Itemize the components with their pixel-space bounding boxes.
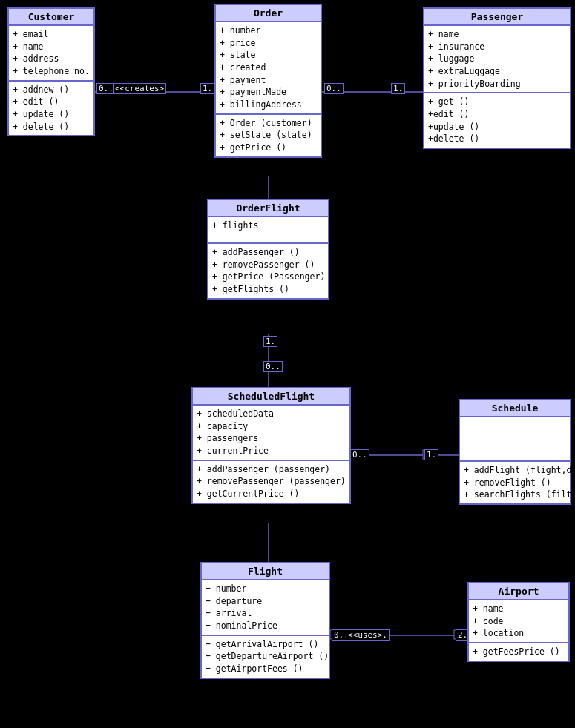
scheduledflight-method-removepassenger: + removePassenger (passenger) [197,475,346,488]
scheduledflight-class: ScheduledFlight + scheduledData + capaci… [191,387,351,504]
airport-methods: + getFeesPrice () [469,643,568,661]
label-order-passenger-1: 1. [391,83,405,94]
scheduledflight-methods: + addPassenger (passenger) + removePasse… [193,461,349,503]
orderflight-method-getflights: + getFlights () [212,283,324,296]
airport-title: Airport [469,583,568,600]
customer-attr-email: + email [13,28,90,41]
scheduledflight-method-getcurrentprice: + getCurrentPrice () [197,488,346,500]
passenger-method-edit: +edit () [428,108,566,121]
label-cust-order-1: 1. [200,83,214,94]
label-flight-airport-uses: <<uses>. [346,629,390,641]
passenger-method-delete: +delete () [428,133,566,145]
customer-method-delete: + delete () [13,121,90,133]
schedule-methods: + addFlight (flight,date) + removeFlight… [460,462,570,503]
flight-attr-nominalprice: + nominalPrice [206,620,325,632]
passenger-attr-luggage: + luggage [428,53,566,65]
passenger-methods: + get () +edit () +update () +delete () [424,93,570,148]
customer-attr-name: + name [13,41,90,53]
passenger-method-get: + get () [428,96,566,108]
flight-title: Flight [202,563,329,580]
label-sched-1: 1. [424,449,438,460]
scheduledflight-attr-scheduleddata: + scheduledData [197,408,346,420]
flight-method-getarrival: + getArrivalAirport () [206,638,325,651]
passenger-attr-name: + name [428,28,566,41]
passenger-class: Passenger + name + insurance + luggage +… [423,7,571,149]
order-attr-payment: + payment [220,74,317,87]
label-order-passenger-0: 0.. [324,83,344,94]
customer-methods: + addnew () + edit () + update () + dele… [9,82,93,136]
customer-title: Customer [9,9,93,26]
schedule-method-searchflights: + searchFlights (filter) [464,489,566,501]
order-attr-billingaddress: + billingAddress [220,99,317,111]
flight-attr-arrival: + arrival [206,607,325,620]
order-attrs: + number + price + state + created + pay… [216,22,321,115]
label-orderflight-1: 1. [263,336,277,347]
flight-methods: + getArrivalAirport () + getDepartureAir… [202,636,329,678]
customer-class: Customer + email + name + address + tele… [7,7,95,136]
airport-attr-code: + code [473,615,565,628]
order-class: Order + number + price + state + created… [214,4,322,158]
passenger-attr-priorityboarding: + priorityBoarding [428,78,566,90]
scheduledflight-attr-capacity: + capacity [197,420,346,433]
flight-attr-number: + number [206,583,325,595]
flight-attr-departure: + departure [206,595,325,608]
airport-attrs: + name + code + location [469,600,568,643]
order-title: Order [216,5,321,22]
customer-method-update: + update () [13,108,90,121]
schedule-class: Schedule + addFlight (flight,date) + rem… [459,399,571,505]
scheduledflight-attr-currentprice: + currentPrice [197,445,346,457]
orderflight-method-removepassenger: + removePassenger () [212,259,324,271]
orderflight-method-getprice: + getPrice (Passenger) [212,271,324,283]
flight-method-getdeparture: + getDepartureAirport () [206,650,325,663]
scheduledflight-attrs: + scheduledData + capacity + passengers … [193,406,349,461]
order-attr-created: + created [220,62,317,74]
airport-attr-location: + location [473,627,565,640]
flight-attrs: + number + departure + arrival + nominal… [202,580,329,636]
flight-class: Flight + number + departure + arrival + … [200,562,330,679]
scheduledflight-title: ScheduledFlight [193,388,349,406]
passenger-title: Passenger [424,9,570,26]
order-methods: + Order (customer) + setState (state) + … [216,115,321,156]
customer-method-addnew: + addnew () [13,84,90,96]
label-cust-order-creates: <<creates> [113,83,166,94]
schedule-method-removeflight: + removeFlight () [464,477,566,489]
schedule-title: Schedule [460,400,570,417]
label-orderflight-0: 0.. [263,361,283,372]
order-attr-state: + state [220,49,317,62]
passenger-attrs: + name + insurance + luggage + extraLugg… [424,26,570,93]
scheduledflight-method-addpassenger: + addPassenger (passenger) [197,463,346,476]
orderflight-attr-flights: + flights [212,219,324,232]
passenger-method-update: +update () [428,121,566,133]
customer-attr-address: + address [13,53,90,65]
airport-class: Airport + name + code + location + getFe… [467,582,570,662]
customer-attrs: + email + name + address + telephone no. [9,26,93,82]
customer-method-edit: + edit () [13,96,90,108]
order-attr-paymentmade: + paymentMade [220,86,317,99]
label-sched-0: 0.. [350,449,369,460]
scheduledflight-attr-passengers: + passengers [197,432,346,445]
orderflight-class: OrderFlight + flights + addPassenger () … [207,199,329,300]
orderflight-title: OrderFlight [208,200,328,217]
schedule-method-addflight: + addFlight (flight,date) [464,464,566,477]
order-attr-price: + price [220,37,317,50]
orderflight-method-addpassenger: + addPassenger () [212,246,324,259]
passenger-attr-extraluggage: + extraLuggage [428,65,566,78]
passenger-attr-insurance: + insurance [428,41,566,53]
order-method-order: + Order (customer) [220,117,317,130]
order-method-getprice: + getPrice () [220,142,317,154]
airport-method-getfeesprice: + getFeesPrice () [473,646,565,658]
customer-attr-telephone: + telephone no. [13,65,90,78]
schedule-attrs [460,417,570,462]
airport-attr-name: + name [473,603,565,615]
orderflight-methods: + addPassenger () + removePassenger () +… [208,244,328,298]
order-method-setstate: + setState (state) [220,129,317,142]
orderflight-attrs: + flights [208,217,328,244]
order-attr-number: + number [220,24,317,37]
flight-method-getairportfees: + getAirportFees () [206,663,325,675]
